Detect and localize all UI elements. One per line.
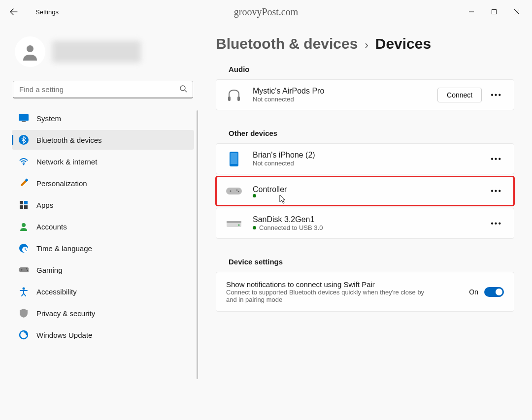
device-name: Controller	[253, 185, 488, 194]
gamepad-icon	[225, 186, 243, 196]
section-title-audio: Audio	[229, 65, 514, 73]
search-icon	[179, 85, 187, 95]
profile-name-redacted	[52, 41, 141, 63]
device-name: Mystic's AirPods Pro	[253, 87, 437, 96]
svg-rect-17	[19, 267, 29, 272]
chevron-right-icon: ›	[365, 39, 368, 52]
sidebar-item-time-language[interactable]: Time & language	[12, 238, 194, 258]
close-button[interactable]	[505, 4, 528, 20]
window-controls	[460, 4, 528, 20]
app-title: Settings	[35, 8, 59, 16]
sidebar-item-accessibility[interactable]: Accessibility	[12, 282, 194, 301]
device-status: Connected to USB 3.0	[253, 224, 488, 231]
search-input[interactable]	[13, 81, 193, 98]
svg-rect-13	[24, 205, 28, 209]
sidebar-item-apps[interactable]: Apps	[12, 195, 194, 215]
toggle-state-label: On	[469, 288, 478, 296]
sidebar-item-label: System	[36, 114, 61, 123]
svg-rect-27	[226, 188, 242, 194]
gamepad-icon	[19, 265, 29, 275]
system-icon	[19, 113, 29, 123]
svg-rect-24	[237, 97, 240, 101]
status-dot-icon	[253, 226, 256, 229]
svg-point-14	[22, 223, 26, 227]
breadcrumb-current: Devices	[375, 35, 431, 52]
watermark: groovyPost.com	[234, 6, 299, 18]
svg-line-4	[185, 90, 187, 92]
sidebar-item-gaming[interactable]: Gaming	[12, 260, 194, 280]
sidebar-item-accounts[interactable]: Accounts	[12, 217, 194, 236]
device-status: Not connected	[253, 96, 437, 103]
sidebar-item-windows-update[interactable]: Windows Update	[12, 325, 194, 345]
phone-icon	[225, 152, 243, 166]
more-button[interactable]: •••	[488, 88, 505, 102]
svg-rect-5	[19, 114, 29, 121]
back-button[interactable]	[4, 2, 24, 22]
sidebar-item-label: Accounts	[36, 223, 67, 231]
svg-rect-10	[20, 201, 23, 204]
nav: System Bluetooth & devices Network & int…	[10, 108, 198, 345]
connect-button[interactable]: Connect	[437, 88, 482, 102]
sidebar-item-label: Network & internet	[36, 158, 97, 166]
breadcrumb: Bluetooth & devices › Devices	[216, 35, 514, 52]
paintbrush-icon	[19, 178, 29, 188]
device-name: SanDisk 3.2Gen1	[253, 215, 488, 224]
svg-rect-12	[20, 205, 23, 209]
drive-icon	[225, 219, 243, 228]
breadcrumb-parent[interactable]: Bluetooth & devices	[216, 35, 358, 52]
svg-rect-32	[227, 221, 241, 223]
maximize-button[interactable]	[483, 4, 505, 20]
main-content: Bluetooth & devices › Devices Audio Myst…	[202, 24, 532, 420]
setting-swift-pair[interactable]: Show notifications to connect using Swif…	[216, 272, 514, 312]
sidebar-item-label: Bluetooth & devices	[36, 136, 102, 144]
accessibility-icon	[19, 287, 29, 296]
sidebar-item-label: Accessibility	[36, 288, 77, 296]
device-card-iphone[interactable]: Brian's iPhone (2) Not connected •••	[216, 143, 514, 174]
shield-icon	[19, 308, 29, 318]
svg-point-8	[23, 164, 25, 165]
sidebar-item-personalization[interactable]: Personalization	[12, 173, 194, 193]
more-button[interactable]: •••	[488, 216, 505, 231]
more-button[interactable]: •••	[488, 184, 505, 198]
wifi-icon	[19, 157, 29, 166]
svg-point-20	[27, 270, 28, 271]
setting-title: Show notifications to connect using Swif…	[226, 280, 469, 289]
svg-point-33	[238, 224, 240, 226]
sidebar-item-label: Windows Update	[36, 331, 92, 339]
svg-point-3	[180, 86, 185, 91]
status-dot-icon	[253, 194, 256, 197]
sidebar-item-label: Privacy & security	[36, 309, 95, 318]
sidebar-item-network[interactable]: Network & internet	[12, 152, 194, 171]
apps-icon	[19, 200, 29, 210]
setting-desc: Connect to supported Bluetooth devices q…	[226, 289, 433, 303]
section-title-device-settings: Device settings	[229, 258, 514, 266]
toggle-switch[interactable]	[484, 287, 504, 297]
svg-point-18	[21, 269, 23, 271]
search-wrap	[13, 81, 193, 98]
svg-rect-6	[22, 121, 26, 122]
arrow-left-icon	[10, 8, 18, 16]
bluetooth-icon	[19, 135, 29, 145]
clock-globe-icon	[19, 243, 29, 253]
sidebar: System Bluetooth & devices Network & int…	[0, 24, 202, 420]
update-icon	[19, 330, 29, 340]
avatar	[15, 36, 45, 67]
device-status: Not connected	[253, 160, 488, 167]
more-button[interactable]: •••	[488, 152, 505, 166]
sidebar-item-label: Time & language	[36, 244, 92, 253]
device-card-controller[interactable]: Controller •••	[216, 176, 514, 206]
sidebar-item-bluetooth-devices[interactable]: Bluetooth & devices	[12, 130, 194, 150]
device-card-airpods[interactable]: Mystic's AirPods Pro Not connected Conne…	[216, 79, 514, 110]
sidebar-item-privacy[interactable]: Privacy & security	[12, 303, 194, 323]
titlebar: Settings groovyPost.com	[0, 0, 532, 24]
device-name: Brian's iPhone (2)	[253, 151, 488, 160]
svg-point-19	[26, 268, 27, 269]
minimize-button[interactable]	[460, 4, 483, 20]
section-title-other: Other devices	[229, 129, 514, 137]
sidebar-item-system[interactable]: System	[12, 108, 194, 128]
device-card-sandisk[interactable]: SanDisk 3.2Gen1 Connected to USB 3.0 •••	[216, 208, 514, 239]
svg-point-21	[23, 288, 25, 290]
sidebar-item-label: Gaming	[36, 266, 63, 274]
profile[interactable]	[10, 33, 198, 77]
svg-point-29	[236, 190, 238, 191]
